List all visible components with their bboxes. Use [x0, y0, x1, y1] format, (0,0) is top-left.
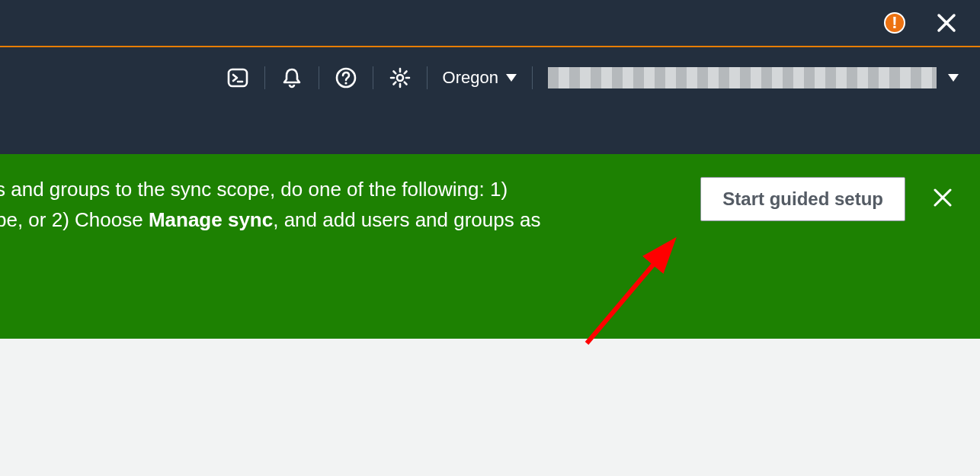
banner-text-line2b: , and add users and groups as [273, 208, 540, 231]
account-menu[interactable] [533, 63, 965, 93]
account-name-redacted [548, 67, 937, 88]
region-label: Oregon [443, 68, 498, 88]
window-alert-bar: ! [0, 0, 980, 47]
close-icon[interactable] [936, 12, 957, 34]
success-banner: s and groups to the sync scope, do one o… [0, 154, 980, 339]
chevron-down-icon [948, 74, 959, 82]
region-selector[interactable]: Oregon [428, 63, 532, 93]
svg-point-5 [344, 82, 347, 84]
chevron-down-icon [506, 74, 517, 82]
banner-text-line1: s and groups to the sync scope, do one o… [0, 178, 508, 201]
bell-icon[interactable] [265, 63, 319, 93]
banner-text-line2a: pe, or 2) Choose [0, 208, 149, 231]
main-nav: Oregon [0, 47, 980, 108]
header-filler [0, 108, 980, 154]
svg-point-6 [397, 75, 403, 81]
alert-badge-glyph: ! [892, 14, 897, 31]
gear-icon[interactable] [373, 63, 427, 93]
help-icon[interactable] [319, 63, 373, 93]
alert-badge-icon[interactable]: ! [884, 12, 905, 34]
banner-message: s and groups to the sync scope, do one o… [0, 174, 677, 236]
cloudshell-icon[interactable] [211, 63, 264, 93]
start-guided-setup-button[interactable]: Start guided setup [700, 177, 905, 221]
banner-text-bold: Manage sync [149, 208, 273, 231]
banner-close-icon[interactable] [928, 183, 957, 212]
